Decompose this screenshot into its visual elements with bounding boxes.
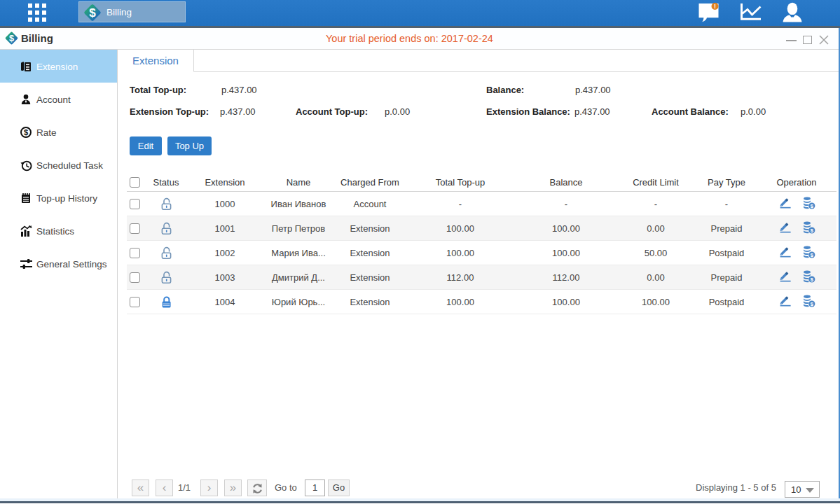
svg-text:!: ! xyxy=(714,3,716,10)
svg-text:$: $ xyxy=(89,6,96,20)
svg-text:$: $ xyxy=(24,128,28,136)
svg-text:$: $ xyxy=(9,33,14,43)
